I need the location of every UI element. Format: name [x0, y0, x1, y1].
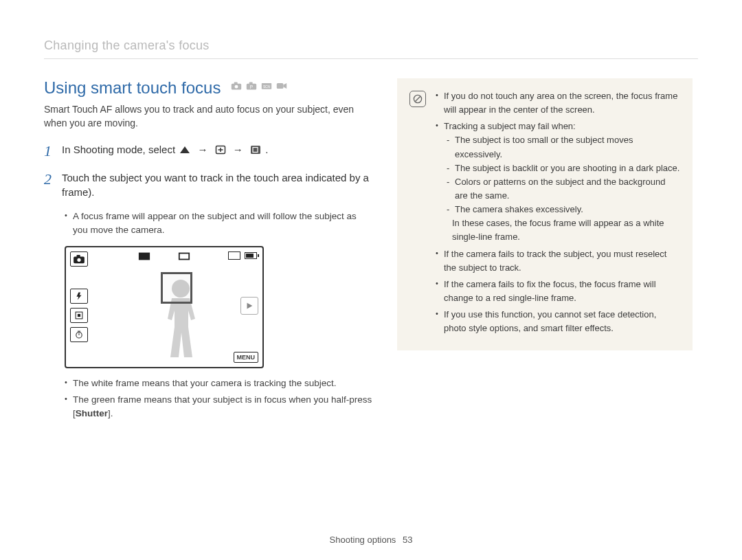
svg-text:P: P	[250, 85, 253, 89]
green-frame-post: ].	[108, 408, 113, 418]
steps-list: 1 In Shooting mode, select → → . 2 Touch…	[44, 142, 374, 421]
step-2-sub-1: A focus frame will appear on the subject…	[65, 210, 374, 238]
right-column: If you do not touch any area on the scre…	[397, 78, 693, 423]
page-footer: Shooting options 53	[0, 535, 742, 545]
green-frame-note: The green frame means that your subject …	[65, 393, 374, 421]
svg-line-31	[416, 97, 420, 102]
note-1: If you do not touch any area on the scre…	[436, 89, 680, 117]
focus-frame	[161, 272, 192, 304]
svg-marker-19	[77, 292, 82, 300]
lcd-illustration: MENU	[65, 246, 374, 368]
step-2-body: Touch the subject you want to track in t…	[62, 170, 374, 201]
frame-color-bullets: The white frame means that your camera i…	[65, 377, 374, 421]
note-2-sub-4: The camera shakes excessively.	[447, 203, 680, 216]
note-list: If you do not touch any area on the scre…	[436, 89, 680, 338]
svg-rect-21	[78, 313, 80, 316]
page-root: Changing the camera's focus Using smart …	[0, 0, 742, 560]
step-1-suffix: .	[265, 144, 268, 155]
af-mode-icon	[70, 308, 88, 323]
note-5: If you use this function, you cannot set…	[436, 308, 680, 335]
left-column: Using smart touch focus P SCN Smart Touc…	[44, 78, 374, 423]
timer-off-icon	[70, 327, 88, 342]
note-2-text: Tracking a subject may fail when:	[444, 121, 576, 131]
step-2: 2 Touch the subject you want to track in…	[44, 170, 374, 201]
white-frame-note: The white frame means that your camera i…	[65, 377, 374, 390]
svg-marker-10	[180, 146, 190, 153]
focus-point-icon	[215, 144, 226, 159]
svg-marker-29	[247, 302, 253, 309]
up-triangle-icon	[179, 144, 190, 159]
heading-row: Using smart touch focus P SCN	[44, 78, 374, 98]
divider	[44, 58, 698, 59]
quality-icon	[178, 251, 190, 261]
flash-auto-icon	[70, 289, 88, 304]
svg-rect-25	[139, 252, 150, 260]
step-1-body: In Shooting mode, select → → .	[62, 142, 268, 160]
video-icon	[276, 81, 287, 91]
camera-p-icon: P	[246, 81, 257, 91]
camera-icon	[231, 81, 242, 91]
svg-rect-27	[180, 254, 189, 258]
two-column-layout: Using smart touch focus P SCN Smart Touc…	[44, 78, 698, 423]
arrow-1: →	[197, 144, 207, 155]
resolution-icon	[138, 251, 150, 261]
shutter-label: Shutter	[76, 408, 108, 418]
svg-marker-9	[283, 83, 286, 89]
note-2-sub-3: Colors or patterns on the subject and th…	[447, 175, 680, 203]
green-frame-pre: The green frame means that your subject …	[73, 394, 372, 418]
arrow-2: →	[233, 144, 243, 155]
svg-point-22	[76, 332, 82, 337]
svg-text:SCN: SCN	[263, 85, 271, 89]
note-icon	[409, 91, 426, 107]
footer-section: Shooting options	[330, 535, 396, 545]
menu-button: MENU	[234, 352, 259, 363]
note-2-sub-2: The subject is backlit or you are shooti…	[447, 161, 680, 175]
mode-icons: P SCN	[231, 81, 287, 91]
storage-icon	[228, 251, 240, 260]
step-1-prefix: In Shooting mode, select	[62, 144, 178, 155]
tracking-af-icon	[250, 144, 261, 159]
step-2-sub-bullets: A focus frame will appear on the subject…	[65, 210, 374, 238]
svg-rect-4	[249, 82, 253, 84]
step-1-number: 1	[44, 142, 62, 160]
note-2: Tracking a subject may fail when: The su…	[436, 120, 680, 244]
note-4: If the camera fails to fix the focus, th…	[436, 278, 680, 305]
note-3: If the camera fails to track the subject…	[436, 247, 680, 275]
footer-page-number: 53	[403, 535, 412, 545]
note-2-sub-1: The subject is too small or the subject …	[447, 133, 680, 161]
breadcrumb: Changing the camera's focus	[44, 38, 698, 53]
scene-icon: SCN	[261, 81, 272, 91]
camera-lcd: MENU	[65, 246, 264, 368]
step-1: 1 In Shooting mode, select → → .	[44, 142, 374, 160]
playback-icon	[240, 297, 258, 315]
lcd-top-right	[228, 251, 257, 260]
svg-rect-8	[277, 83, 284, 89]
section-heading: Using smart touch focus	[44, 78, 221, 98]
lcd-left-icons	[70, 251, 89, 342]
note-box: If you do not touch any area on the scre…	[397, 78, 693, 350]
svg-point-2	[234, 85, 238, 89]
svg-rect-14	[251, 146, 260, 154]
battery-icon	[245, 252, 257, 259]
step-2-number: 2	[44, 170, 62, 201]
intro-text: Smart Touch AF allows you to track and a…	[44, 103, 374, 130]
note-2-follow: In these cases, the focus frame will app…	[452, 216, 680, 244]
note-2-sublist: The subject is too small or the subject …	[447, 133, 680, 216]
svg-rect-1	[234, 82, 238, 84]
